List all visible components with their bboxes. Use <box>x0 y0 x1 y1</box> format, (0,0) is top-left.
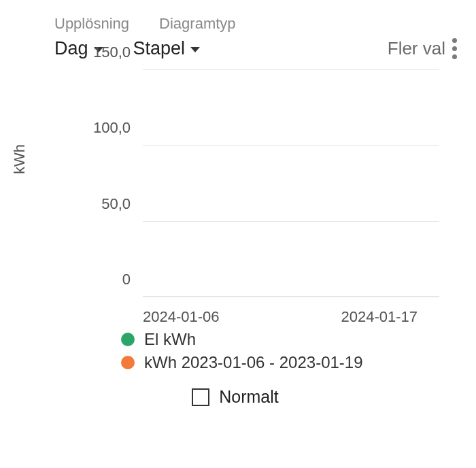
legend-dot-icon <box>121 333 135 346</box>
y-axis-label: kWh <box>11 144 29 174</box>
x-tick-end: 2024-01-17 <box>341 308 418 326</box>
more-options-button[interactable]: Fler val <box>388 38 457 59</box>
legend-dot-icon <box>121 356 135 369</box>
y-tick: 50,0 <box>101 195 143 213</box>
chevron-down-icon <box>190 47 200 52</box>
y-tick: 100,0 <box>93 119 143 137</box>
charttype-dropdown[interactable]: Stapel <box>133 38 201 59</box>
y-tick: 150,0 <box>93 44 143 61</box>
checkbox-icon <box>192 388 209 406</box>
normal-checkbox[interactable]: Normalt <box>14 387 457 407</box>
resolution-value: Dag <box>54 38 88 59</box>
more-options-label: Fler val <box>388 38 445 59</box>
legend-series-1: kWh 2023-01-06 - 2023-01-19 <box>144 353 363 372</box>
bar-chart: kWh 050,0100,0150,0 2024-01-06 2024-01-1… <box>14 62 457 327</box>
resolution-label: Upplösning <box>54 15 129 33</box>
more-vert-icon <box>452 38 457 59</box>
charttype-label: Diagramtyp <box>159 15 235 33</box>
chart-legend: El kWh kWh 2023-01-06 - 2023-01-19 <box>14 330 457 372</box>
x-tick-start: 2024-01-06 <box>143 308 220 326</box>
y-tick: 0 <box>122 271 143 288</box>
legend-series-0: El kWh <box>144 330 196 349</box>
normal-label: Normalt <box>219 387 279 407</box>
